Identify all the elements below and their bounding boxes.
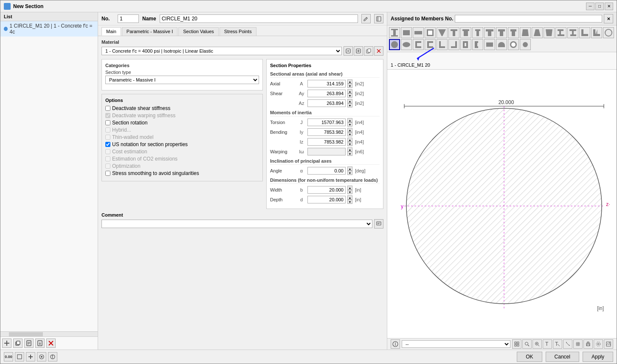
width-up[interactable]: ▲ xyxy=(347,186,352,190)
section-v-button[interactable] xyxy=(437,27,448,38)
no-input[interactable] xyxy=(118,14,139,23)
angle-down[interactable]: ▼ xyxy=(347,171,352,175)
scrollbar-thumb[interactable] xyxy=(9,332,43,336)
torsion-input[interactable] xyxy=(307,119,346,126)
axial-up[interactable]: ▲ xyxy=(347,79,352,84)
footer-icon-5[interactable]: f xyxy=(48,352,57,361)
material-select[interactable]: 1 - Concrete f'c = 4000 psi | Isotropic … xyxy=(101,47,342,55)
tab-stress-points[interactable]: Stress Points xyxy=(220,27,256,36)
depth-up[interactable]: ▲ xyxy=(347,195,352,200)
az-down[interactable]: ▼ xyxy=(347,103,352,107)
list-item[interactable]: 1 CIRCLE_M1 20 | 1 - Concrete f'c = 4c xyxy=(0,21,98,37)
settings-button[interactable] xyxy=(594,339,603,349)
footer-icon-4[interactable] xyxy=(37,352,46,361)
section-trapz2-button[interactable] xyxy=(532,27,543,38)
apply-button[interactable]: Apply xyxy=(583,352,613,362)
deactivate-shear-checkbox[interactable] xyxy=(105,106,110,111)
material-copy-button[interactable] xyxy=(364,46,373,56)
section-rectfill-button[interactable] xyxy=(484,39,495,50)
co2-checkbox[interactable] xyxy=(105,156,110,161)
section-t2-button[interactable] xyxy=(460,27,471,38)
section-half-circle-button[interactable] xyxy=(496,39,507,50)
footer-icon-2[interactable] xyxy=(15,352,24,361)
tab-section-values[interactable]: Section Values xyxy=(178,27,219,36)
stress-smoothing-checkbox[interactable] xyxy=(105,171,110,176)
torsion-up[interactable]: ▲ xyxy=(347,118,352,122)
section-lsection-button[interactable] xyxy=(437,39,448,50)
iz-input[interactable] xyxy=(307,138,346,146)
iy-input[interactable] xyxy=(307,128,346,136)
delete-button[interactable] xyxy=(46,339,56,348)
iz-down[interactable]: ▼ xyxy=(347,142,352,146)
maximize-button[interactable]: □ xyxy=(595,3,604,10)
minimize-button[interactable]: ─ xyxy=(586,3,594,10)
text-button[interactable]: T xyxy=(543,339,552,349)
axial-down[interactable]: ▼ xyxy=(347,84,352,88)
comment-button[interactable] xyxy=(374,219,383,229)
optimization-checkbox[interactable] xyxy=(105,164,110,169)
section-l2-button[interactable] xyxy=(591,27,602,38)
grid-button[interactable] xyxy=(573,339,583,349)
section-rect-button[interactable] xyxy=(401,27,412,38)
material-add-button[interactable] xyxy=(354,46,363,56)
section-rotation-checkbox[interactable] xyxy=(105,120,110,125)
section-lsection2-button[interactable] xyxy=(448,39,459,50)
add-item-button[interactable] xyxy=(2,339,11,348)
section-circle-filled-button[interactable] xyxy=(389,39,400,50)
ay-down[interactable]: ▼ xyxy=(347,93,352,98)
ok-button[interactable]: OK xyxy=(517,352,542,362)
tab-main[interactable]: Main xyxy=(101,27,121,36)
assigned-clear-button[interactable]: ✕ xyxy=(604,14,613,23)
horizontal-scrollbar[interactable] xyxy=(0,331,98,336)
thin-walled-checkbox[interactable] xyxy=(105,135,110,140)
duplicate-button[interactable] xyxy=(13,339,23,348)
section-trapz3-button[interactable] xyxy=(544,27,555,38)
assigned-input[interactable] xyxy=(455,15,602,23)
depth-input[interactable] xyxy=(307,196,346,203)
warping-down[interactable]: ▼ xyxy=(347,152,352,156)
depth-down[interactable]: ▼ xyxy=(347,200,352,204)
section-t3-button[interactable] xyxy=(472,27,483,38)
iz-up[interactable]: ▲ xyxy=(347,138,352,142)
section-circle-hollow-button[interactable] xyxy=(508,39,519,50)
angle-input[interactable] xyxy=(307,167,346,175)
torsion-down[interactable]: ▼ xyxy=(347,122,352,127)
section-t6-button[interactable] xyxy=(508,27,519,38)
cancel-button[interactable]: Cancel xyxy=(546,352,579,362)
az-up[interactable]: ▲ xyxy=(347,99,352,103)
footer-icon-3[interactable] xyxy=(26,352,35,361)
section-wide-rect-button[interactable] xyxy=(413,27,424,38)
width-input[interactable] xyxy=(307,186,346,194)
az-input[interactable] xyxy=(307,99,346,107)
section-asym2-button[interactable] xyxy=(567,27,578,38)
section-t4-button[interactable] xyxy=(484,27,495,38)
book-button[interactable] xyxy=(374,14,383,23)
export-img-button[interactable] xyxy=(604,339,613,349)
iy-up[interactable]: ▲ xyxy=(347,128,352,132)
close-button[interactable]: ✕ xyxy=(605,3,613,10)
material-info-button[interactable] xyxy=(344,46,353,56)
name-input[interactable] xyxy=(160,14,358,23)
edit-name-button[interactable] xyxy=(361,14,371,23)
warping-input[interactable] xyxy=(307,148,346,155)
ay-input[interactable] xyxy=(307,90,346,97)
text2-button[interactable]: T xyxy=(553,339,562,349)
export-button[interactable] xyxy=(35,339,45,348)
ay-up[interactable]: ▲ xyxy=(347,89,352,93)
axial-input[interactable] xyxy=(307,80,346,87)
canvas-info-button[interactable]: i xyxy=(391,339,400,349)
cost-checkbox[interactable] xyxy=(105,149,110,154)
zoom-button[interactable] xyxy=(522,339,532,349)
section-l-button[interactable] xyxy=(579,27,590,38)
footer-icon-1[interactable]: 0.00 xyxy=(4,352,13,361)
section-asym-button[interactable] xyxy=(555,27,566,38)
section-circle-outline-button[interactable] xyxy=(603,27,614,38)
section-z2-button[interactable] xyxy=(472,39,483,50)
angle-up[interactable]: ▲ xyxy=(347,166,352,171)
section-i-button[interactable] xyxy=(389,27,400,38)
import-button[interactable] xyxy=(24,339,34,348)
iy-down[interactable]: ▼ xyxy=(347,132,352,136)
comment-input[interactable] xyxy=(101,220,372,228)
section-small-circle-button[interactable] xyxy=(520,39,531,50)
warping-up[interactable]: ▲ xyxy=(347,147,352,152)
